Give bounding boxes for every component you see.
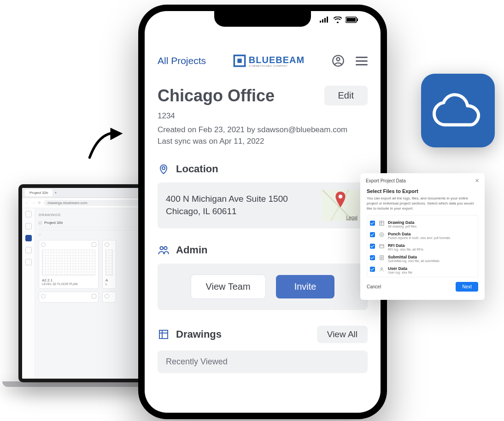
- menu-icon[interactable]: [356, 57, 368, 65]
- export-dialog: Export Project Data ✕ Select Files to Ex…: [360, 173, 485, 300]
- dialog-subtitle: Select Files to Export: [367, 188, 478, 194]
- project-created: Created on Feb 23, 2021 by sdawson@blueb…: [158, 124, 368, 136]
- recently-viewed-card[interactable]: Recently Viewed: [158, 351, 368, 373]
- svg-rect-2: [324, 18, 326, 23]
- project-title: Chicago Office: [158, 86, 275, 105]
- drawing-title: LEVEL 02 FLOOR PLAN: [42, 282, 95, 286]
- punch-icon: [379, 232, 384, 238]
- phone-screen: All Projects BLUEBEAM A NEMETSCHEK COMPA…: [145, 11, 381, 413]
- export-item-user[interactable]: User DataUser log .xlsx file: [370, 264, 475, 276]
- nav-fwd-icon[interactable]: →: [31, 201, 35, 205]
- cellular-icon: [320, 17, 330, 23]
- cloud-badge: [421, 74, 495, 147]
- svg-point-17: [379, 233, 383, 237]
- svg-point-18: [381, 234, 382, 236]
- battery-icon: [346, 17, 358, 23]
- phone-mock: All Projects BLUEBEAM A NEMETSCHEK COMPA…: [138, 5, 387, 419]
- nav-reload-icon[interactable]: ⟳: [38, 201, 41, 205]
- export-item-submittal[interactable]: Submittal DataSubmittal log .xlsx file, …: [370, 253, 475, 264]
- sidebar-icon-4[interactable]: [25, 247, 32, 253]
- laptop-sidebar: [22, 208, 35, 379]
- map-pin-icon: [334, 192, 346, 207]
- view-all-button[interactable]: View All: [317, 326, 368, 343]
- checkbox-icon[interactable]: [370, 232, 375, 237]
- svg-point-12: [339, 194, 343, 199]
- all-projects-link[interactable]: All Projects: [158, 55, 206, 66]
- dialog-title: Export Project Data: [366, 178, 406, 183]
- sidebar-icon-5[interactable]: [25, 259, 32, 265]
- export-item-punch[interactable]: Punch DataPunch reports in both .xlsx an…: [370, 230, 475, 241]
- nav-back-icon[interactable]: ←: [25, 201, 29, 205]
- edit-icon: [92, 242, 96, 247]
- invite-button[interactable]: Invite: [276, 275, 335, 298]
- admin-card: View Team Invite: [158, 263, 368, 310]
- svg-point-10: [337, 58, 340, 61]
- drawings-icon: [158, 328, 170, 340]
- project-row[interactable]: Project 32b: [39, 219, 154, 227]
- floorplan-thumb: [42, 250, 95, 275]
- view-team-button[interactable]: View Team: [191, 275, 266, 299]
- export-options-list: Drawing DataAll drawing .pdf files Punch…: [367, 215, 478, 277]
- sidebar-icon-1[interactable]: [25, 211, 32, 217]
- svg-point-13: [160, 246, 163, 250]
- svg-rect-19: [379, 245, 383, 248]
- cancel-button[interactable]: Cancel: [367, 284, 381, 289]
- project-id: 1234: [158, 110, 368, 122]
- check-circle-icon: [41, 242, 46, 247]
- next-button[interactable]: Next: [456, 282, 478, 292]
- map-legal-link[interactable]: Legal: [346, 215, 357, 220]
- svg-rect-8: [237, 58, 241, 63]
- project-name: Project 32b: [44, 221, 63, 225]
- svg-point-21: [381, 268, 382, 269]
- browser-tab[interactable]: Project 32b: [25, 189, 53, 196]
- section-heading: DRAWINGS: [39, 211, 154, 219]
- admin-label: Admin: [176, 244, 207, 256]
- drawing-card-below[interactable]: [39, 292, 99, 303]
- svg-rect-0: [320, 21, 321, 23]
- location-card[interactable]: 400 N Michigan Ave Suite 1500 Chicago, I…: [158, 182, 368, 228]
- section-drawings: Drawings View All Recently Viewed: [158, 326, 368, 373]
- edit-button[interactable]: Edit: [324, 86, 368, 105]
- svg-point-11: [162, 167, 165, 170]
- drawing-code: A2.2.1: [42, 278, 95, 282]
- browser-addressbar: ← → ⟳ drawings.bluebeam.com: [22, 198, 158, 208]
- users-icon: [158, 244, 170, 256]
- dialog-description: You can export all the logs, files, and …: [367, 196, 478, 211]
- status-bar: [320, 17, 358, 23]
- checkbox-icon[interactable]: [370, 255, 375, 260]
- share-arrow-icon: [88, 124, 129, 166]
- svg-point-14: [164, 246, 167, 250]
- address-line1: 400 N Michigan Ave Suite 1500: [166, 193, 315, 205]
- add-tab[interactable]: +: [54, 191, 57, 195]
- file-icon: [379, 221, 384, 226]
- location-label: Location: [176, 163, 218, 175]
- search-icon[interactable]: ⌕: [39, 232, 41, 236]
- svg-rect-16: [379, 221, 383, 225]
- account-icon[interactable]: [332, 54, 345, 67]
- user-icon: [379, 267, 384, 272]
- phone-notch: [214, 11, 311, 27]
- location-pin-icon: [158, 163, 170, 175]
- wifi-icon: [334, 17, 342, 23]
- drawing-card[interactable]: A2.2.1 LEVEL 02 FLOOR PLAN: [39, 240, 99, 289]
- cloud-icon: [433, 92, 483, 129]
- section-location: Location 400 N Michigan Ave Suite 1500 C…: [158, 163, 368, 228]
- map-thumbnail[interactable]: Legal: [322, 190, 359, 221]
- svg-rect-5: [346, 18, 356, 22]
- submittal-icon: [379, 255, 384, 261]
- sidebar-icon-active[interactable]: [25, 235, 32, 241]
- sidebar-icon-2[interactable]: [25, 223, 32, 229]
- checkbox-icon[interactable]: [370, 221, 375, 226]
- svg-rect-3: [327, 17, 328, 23]
- section-admin: Admin View Team Invite: [158, 244, 368, 310]
- project-sync: Last sync was on Apr 11, 2022: [158, 135, 368, 147]
- browser-tabbar: Project 32b +: [22, 188, 158, 198]
- drawing-card-peek[interactable]: A L: [102, 240, 116, 289]
- rfi-icon: [379, 244, 384, 249]
- drawing-card-below-peek[interactable]: [102, 292, 116, 303]
- checkbox-icon[interactable]: [370, 244, 375, 249]
- export-item-rfi[interactable]: RFI DataRFI log .xlsx file, all RFIs: [370, 241, 475, 253]
- checkbox-icon[interactable]: [370, 267, 375, 272]
- export-item-drawing[interactable]: Drawing DataAll drawing .pdf files: [370, 218, 475, 230]
- close-icon[interactable]: ✕: [475, 178, 479, 184]
